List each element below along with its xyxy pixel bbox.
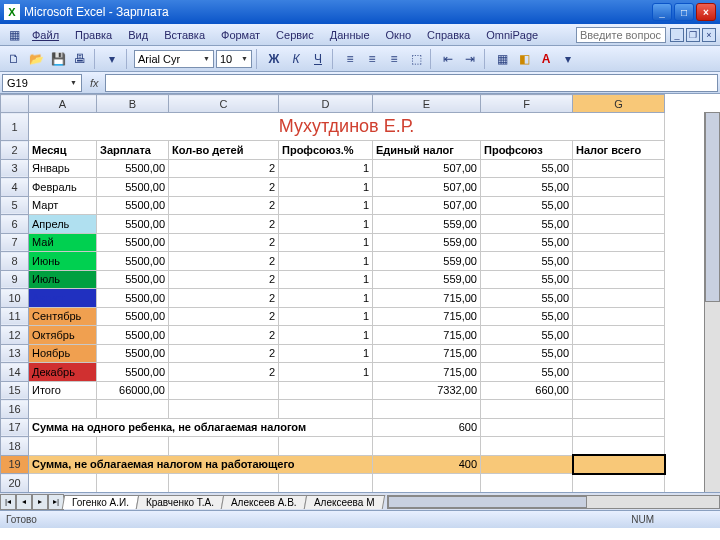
menu-tools[interactable]: Сервис xyxy=(268,27,322,43)
cell[interactable]: Октябрь xyxy=(29,326,97,345)
cell[interactable]: Январь xyxy=(29,159,97,178)
fill-color-button[interactable]: ◧ xyxy=(514,49,534,69)
row-header[interactable]: 4 xyxy=(1,178,29,197)
cell[interactable]: 715,00 xyxy=(373,363,481,382)
cell[interactable] xyxy=(481,418,573,437)
cell[interactable] xyxy=(573,418,665,437)
menu-omnipage[interactable]: OmniPage xyxy=(478,27,546,43)
cell[interactable] xyxy=(573,344,665,363)
cell[interactable]: 5500,00 xyxy=(97,196,169,215)
cell[interactable] xyxy=(97,474,169,493)
cell[interactable]: 600 xyxy=(373,418,481,437)
cell[interactable]: 5500,00 xyxy=(97,233,169,252)
horizontal-scrollbar[interactable] xyxy=(387,495,720,509)
cell[interactable]: 2 xyxy=(169,270,279,289)
active-cell[interactable] xyxy=(573,455,665,474)
cell[interactable] xyxy=(29,474,97,493)
cell[interactable] xyxy=(481,455,573,474)
cell[interactable]: 715,00 xyxy=(373,344,481,363)
cell[interactable]: 1 xyxy=(279,233,373,252)
workbook-icon[interactable]: ▦ xyxy=(4,25,24,45)
child-restore[interactable]: ❐ xyxy=(686,28,700,42)
cell[interactable]: 5500,00 xyxy=(97,215,169,234)
cell[interactable]: Налог всего xyxy=(573,141,665,160)
cell[interactable]: 55,00 xyxy=(481,289,573,308)
save-button[interactable]: 💾 xyxy=(48,49,68,69)
row-header[interactable]: 2 xyxy=(1,141,29,160)
cell[interactable]: Зарплата xyxy=(97,141,169,160)
cell[interactable]: 559,00 xyxy=(373,270,481,289)
menu-insert[interactable]: Вставка xyxy=(156,27,213,43)
cell[interactable] xyxy=(169,437,279,456)
font-color-button[interactable]: A xyxy=(536,49,556,69)
sheet-tab[interactable]: Алексеева М xyxy=(304,495,385,509)
row-header[interactable]: 13 xyxy=(1,344,29,363)
help-search-input[interactable] xyxy=(576,27,666,43)
cell[interactable]: 5500,00 xyxy=(97,307,169,326)
cell[interactable]: 1 xyxy=(279,363,373,382)
cell[interactable]: 55,00 xyxy=(481,159,573,178)
cell[interactable]: Март xyxy=(29,196,97,215)
toolbar-options[interactable]: ▾ xyxy=(102,49,122,69)
cell[interactable]: Сумма на одного ребенка, не облагаемая н… xyxy=(29,418,373,437)
cell[interactable]: 507,00 xyxy=(373,178,481,197)
child-minimize[interactable]: _ xyxy=(670,28,684,42)
menu-help[interactable]: Справка xyxy=(419,27,478,43)
cell[interactable]: Единый налог xyxy=(373,141,481,160)
cell[interactable]: 507,00 xyxy=(373,196,481,215)
fx-label[interactable]: fx xyxy=(84,77,105,89)
cell[interactable]: Кол-во детей xyxy=(169,141,279,160)
print-button[interactable]: 🖶 xyxy=(70,49,90,69)
cell[interactable]: 5500,00 xyxy=(97,326,169,345)
cell[interactable] xyxy=(373,400,481,419)
cell[interactable]: 2 xyxy=(169,178,279,197)
cell[interactable] xyxy=(573,252,665,271)
cell[interactable]: 1 xyxy=(279,289,373,308)
cell[interactable]: Мухутдинов Е.Р. xyxy=(29,113,665,141)
cell[interactable]: 715,00 xyxy=(373,307,481,326)
cell[interactable]: 55,00 xyxy=(481,326,573,345)
font-name-select[interactable]: Arial Cyr▼ xyxy=(134,50,214,68)
row-header[interactable]: 14 xyxy=(1,363,29,382)
cell[interactable]: 1 xyxy=(279,307,373,326)
cell[interactable]: 2 xyxy=(169,252,279,271)
tab-nav-next[interactable]: ▸ xyxy=(32,494,48,510)
cell[interactable] xyxy=(279,400,373,419)
cell[interactable]: Профсоюз xyxy=(481,141,573,160)
cell[interactable]: 2 xyxy=(169,326,279,345)
cell[interactable] xyxy=(481,400,573,419)
cell[interactable]: 55,00 xyxy=(481,215,573,234)
row-header[interactable]: 15 xyxy=(1,381,29,400)
row-header[interactable]: 5 xyxy=(1,196,29,215)
cell[interactable]: 1 xyxy=(279,252,373,271)
cell[interactable] xyxy=(97,400,169,419)
cell[interactable] xyxy=(573,474,665,493)
cell[interactable]: 2 xyxy=(169,159,279,178)
cell[interactable]: 5500,00 xyxy=(97,178,169,197)
font-size-select[interactable]: 10▼ xyxy=(216,50,252,68)
column-header[interactable]: D xyxy=(279,95,373,113)
menu-view[interactable]: Вид xyxy=(120,27,156,43)
row-header[interactable]: 1 xyxy=(1,113,29,141)
row-header[interactable]: 10 xyxy=(1,289,29,308)
vertical-scrollbar[interactable] xyxy=(704,112,720,492)
column-header[interactable]: B xyxy=(97,95,169,113)
cell[interactable]: 7332,00 xyxy=(373,381,481,400)
cell[interactable] xyxy=(97,437,169,456)
new-button[interactable]: 🗋 xyxy=(4,49,24,69)
maximize-button[interactable]: □ xyxy=(674,3,694,21)
column-header[interactable]: E xyxy=(373,95,481,113)
cell[interactable]: Месяц xyxy=(29,141,97,160)
borders-button[interactable]: ▦ xyxy=(492,49,512,69)
name-box[interactable]: G19▼ xyxy=(2,74,82,92)
cell[interactable] xyxy=(169,381,279,400)
cell[interactable]: 1 xyxy=(279,326,373,345)
cell[interactable]: Апрель xyxy=(29,215,97,234)
indent-inc-button[interactable]: ⇥ xyxy=(460,49,480,69)
row-header[interactable]: 16 xyxy=(1,400,29,419)
cell[interactable]: 715,00 xyxy=(373,289,481,308)
cell[interactable]: 1 xyxy=(279,270,373,289)
cell[interactable]: 400 xyxy=(373,455,481,474)
cell[interactable]: 5500,00 xyxy=(97,289,169,308)
cell[interactable]: 55,00 xyxy=(481,196,573,215)
